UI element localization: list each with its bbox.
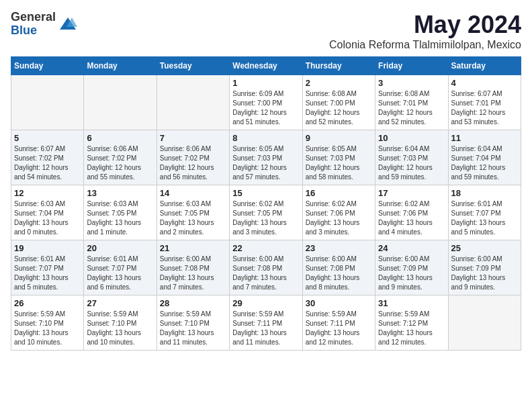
calendar-day-cell: 13Sunrise: 6:03 AM Sunset: 7:05 PM Dayli… <box>84 185 157 240</box>
day-of-week-header: Wednesday <box>230 57 302 75</box>
day-number: 8 <box>232 133 299 143</box>
day-number: 4 <box>451 78 518 88</box>
calendar-day-cell <box>157 75 229 130</box>
day-info: Sunrise: 5:59 AM Sunset: 7:10 PM Dayligh… <box>14 310 81 347</box>
day-number: 25 <box>451 243 518 253</box>
day-number: 31 <box>378 298 445 308</box>
day-info: Sunrise: 6:07 AM Sunset: 7:01 PM Dayligh… <box>451 89 518 127</box>
calendar-day-cell: 19Sunrise: 6:01 AM Sunset: 7:07 PM Dayli… <box>11 240 84 295</box>
day-info: Sunrise: 6:02 AM Sunset: 7:06 PM Dayligh… <box>306 199 372 237</box>
calendar-day-cell: 2Sunrise: 6:08 AM Sunset: 7:00 PM Daylig… <box>302 75 375 130</box>
calendar-day-cell: 29Sunrise: 5:59 AM Sunset: 7:11 PM Dayli… <box>230 295 302 351</box>
day-number: 22 <box>232 243 299 253</box>
day-info: Sunrise: 5:59 AM Sunset: 7:11 PM Dayligh… <box>232 310 299 347</box>
day-info: Sunrise: 6:05 AM Sunset: 7:03 PM Dayligh… <box>232 144 299 182</box>
day-number: 7 <box>160 133 226 143</box>
calendar-day-cell: 5Sunrise: 6:07 AM Sunset: 7:02 PM Daylig… <box>11 130 84 185</box>
calendar-day-cell: 18Sunrise: 6:01 AM Sunset: 7:07 PM Dayli… <box>448 185 521 240</box>
day-number: 12 <box>14 188 81 198</box>
day-info: Sunrise: 6:08 AM Sunset: 7:00 PM Dayligh… <box>306 89 372 127</box>
day-info: Sunrise: 5:59 AM Sunset: 7:10 PM Dayligh… <box>87 310 153 347</box>
day-info: Sunrise: 5:59 AM Sunset: 7:10 PM Dayligh… <box>160 310 226 347</box>
day-number: 11 <box>451 133 518 143</box>
calendar-day-cell: 6Sunrise: 6:06 AM Sunset: 7:02 PM Daylig… <box>84 130 157 185</box>
day-info: Sunrise: 6:04 AM Sunset: 7:04 PM Dayligh… <box>451 144 518 182</box>
day-number: 29 <box>232 298 299 308</box>
title-block: May 2024 Colonia Reforma Tlalmimilolpan,… <box>329 11 521 51</box>
calendar-day-cell: 11Sunrise: 6:04 AM Sunset: 7:04 PM Dayli… <box>448 130 521 185</box>
day-info: Sunrise: 5:59 AM Sunset: 7:11 PM Dayligh… <box>306 310 372 347</box>
day-number: 17 <box>378 188 445 198</box>
calendar-day-cell: 31Sunrise: 5:59 AM Sunset: 7:12 PM Dayli… <box>375 295 448 351</box>
calendar-day-cell: 4Sunrise: 6:07 AM Sunset: 7:01 PM Daylig… <box>448 75 521 130</box>
day-info: Sunrise: 6:07 AM Sunset: 7:02 PM Dayligh… <box>14 144 81 182</box>
day-number: 13 <box>87 188 153 198</box>
calendar-day-cell: 9Sunrise: 6:05 AM Sunset: 7:03 PM Daylig… <box>302 130 375 185</box>
calendar-day-cell: 1Sunrise: 6:09 AM Sunset: 7:00 PM Daylig… <box>230 75 302 130</box>
calendar-day-cell: 22Sunrise: 6:00 AM Sunset: 7:08 PM Dayli… <box>230 240 302 295</box>
day-info: Sunrise: 6:09 AM Sunset: 7:00 PM Dayligh… <box>232 89 299 127</box>
calendar-week-row: 26Sunrise: 5:59 AM Sunset: 7:10 PM Dayli… <box>11 295 521 351</box>
month-year-title: May 2024 <box>329 11 521 39</box>
calendar-day-cell: 25Sunrise: 6:00 AM Sunset: 7:09 PM Dayli… <box>448 240 521 295</box>
calendar-day-cell: 26Sunrise: 5:59 AM Sunset: 7:10 PM Dayli… <box>11 295 84 351</box>
calendar-day-cell: 15Sunrise: 6:02 AM Sunset: 7:05 PM Dayli… <box>230 185 302 240</box>
day-number: 9 <box>306 133 372 143</box>
calendar-day-cell: 28Sunrise: 5:59 AM Sunset: 7:10 PM Dayli… <box>157 295 229 351</box>
day-of-week-header: Sunday <box>11 57 84 75</box>
day-number: 18 <box>451 188 518 198</box>
logo-general-text: General <box>11 11 56 24</box>
day-number: 2 <box>306 78 372 88</box>
calendar-table: SundayMondayTuesdayWednesdayThursdayFrid… <box>11 56 521 351</box>
day-number: 28 <box>160 298 226 308</box>
calendar-day-cell: 23Sunrise: 6:00 AM Sunset: 7:08 PM Dayli… <box>302 240 375 295</box>
logo-blue-text: Blue <box>11 24 56 38</box>
day-info: Sunrise: 6:01 AM Sunset: 7:07 PM Dayligh… <box>451 199 518 237</box>
day-info: Sunrise: 6:03 AM Sunset: 7:05 PM Dayligh… <box>87 199 153 237</box>
day-number: 23 <box>306 243 372 253</box>
calendar-day-cell: 8Sunrise: 6:05 AM Sunset: 7:03 PM Daylig… <box>230 130 302 185</box>
calendar-day-cell: 7Sunrise: 6:06 AM Sunset: 7:02 PM Daylig… <box>157 130 229 185</box>
calendar-day-cell <box>448 295 521 351</box>
page-header: General Blue May 2024 Colonia Reforma Tl… <box>11 11 521 51</box>
day-number: 27 <box>87 298 153 308</box>
day-info: Sunrise: 6:02 AM Sunset: 7:06 PM Dayligh… <box>378 199 445 237</box>
day-number: 5 <box>14 133 81 143</box>
calendar-day-cell: 21Sunrise: 6:00 AM Sunset: 7:08 PM Dayli… <box>157 240 229 295</box>
calendar-day-cell <box>84 75 157 130</box>
day-info: Sunrise: 6:01 AM Sunset: 7:07 PM Dayligh… <box>14 255 81 292</box>
calendar-header-row: SundayMondayTuesdayWednesdayThursdayFrid… <box>11 57 521 75</box>
logo-icon <box>58 15 77 34</box>
calendar-day-cell <box>11 75 84 130</box>
day-number: 3 <box>378 78 445 88</box>
location-subtitle: Colonia Reforma Tlalmimilolpan, Mexico <box>329 39 521 51</box>
calendar-day-cell: 16Sunrise: 6:02 AM Sunset: 7:06 PM Dayli… <box>302 185 375 240</box>
calendar-day-cell: 3Sunrise: 6:08 AM Sunset: 7:01 PM Daylig… <box>375 75 448 130</box>
calendar-day-cell: 14Sunrise: 6:03 AM Sunset: 7:05 PM Dayli… <box>157 185 229 240</box>
day-info: Sunrise: 6:01 AM Sunset: 7:07 PM Dayligh… <box>87 255 153 292</box>
day-number: 26 <box>14 298 81 308</box>
calendar-day-cell: 17Sunrise: 6:02 AM Sunset: 7:06 PM Dayli… <box>375 185 448 240</box>
day-number: 14 <box>160 188 226 198</box>
calendar-week-row: 1Sunrise: 6:09 AM Sunset: 7:00 PM Daylig… <box>11 75 521 130</box>
day-info: Sunrise: 6:00 AM Sunset: 7:08 PM Dayligh… <box>160 255 226 292</box>
calendar-day-cell: 10Sunrise: 6:04 AM Sunset: 7:03 PM Dayli… <box>375 130 448 185</box>
logo: General Blue <box>11 11 77 38</box>
day-info: Sunrise: 6:00 AM Sunset: 7:08 PM Dayligh… <box>306 255 372 292</box>
day-number: 21 <box>160 243 226 253</box>
day-info: Sunrise: 6:02 AM Sunset: 7:05 PM Dayligh… <box>232 199 299 237</box>
day-of-week-header: Friday <box>375 57 448 75</box>
day-number: 6 <box>87 133 153 143</box>
day-info: Sunrise: 6:03 AM Sunset: 7:05 PM Dayligh… <box>160 199 226 237</box>
day-info: Sunrise: 6:00 AM Sunset: 7:09 PM Dayligh… <box>451 255 518 292</box>
calendar-day-cell: 27Sunrise: 5:59 AM Sunset: 7:10 PM Dayli… <box>84 295 157 351</box>
day-of-week-header: Monday <box>84 57 157 75</box>
day-info: Sunrise: 5:59 AM Sunset: 7:12 PM Dayligh… <box>378 310 445 347</box>
day-number: 1 <box>232 78 299 88</box>
day-number: 24 <box>378 243 445 253</box>
day-info: Sunrise: 6:03 AM Sunset: 7:04 PM Dayligh… <box>14 199 81 237</box>
calendar-day-cell: 20Sunrise: 6:01 AM Sunset: 7:07 PM Dayli… <box>84 240 157 295</box>
day-number: 15 <box>232 188 299 198</box>
day-info: Sunrise: 6:04 AM Sunset: 7:03 PM Dayligh… <box>378 144 445 182</box>
calendar-day-cell: 24Sunrise: 6:00 AM Sunset: 7:09 PM Dayli… <box>375 240 448 295</box>
